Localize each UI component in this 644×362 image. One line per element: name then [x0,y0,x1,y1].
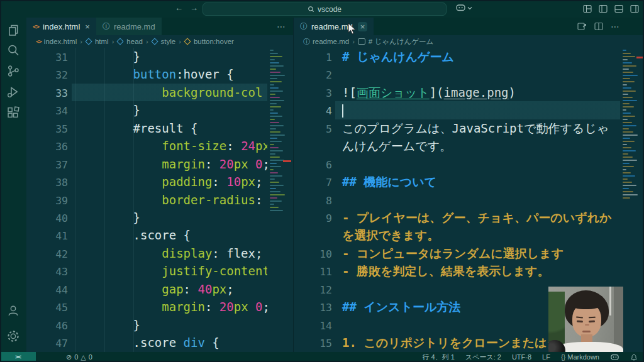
tab-readme-md[interactable]: ⓘ readme.md × [294,18,374,35]
code-line[interactable]: 8 [294,191,620,209]
tab-readme-md-left[interactable]: ⓘ readme.md [96,18,162,35]
breadcrumb-item-head[interactable]: head [117,38,143,45]
code-line[interactable]: 11- 勝敗を判定し、結果を表示します。 [294,262,620,280]
code-line[interactable]: 31 } [26,48,267,65]
breadcrumb: ⓘreadme.md›# じゃんけんゲーム [294,35,644,48]
code-line[interactable]: 10- コンピュータはランダムに選択します [294,244,620,262]
code-line[interactable]: 1# じゃんけんゲーム [294,48,620,65]
forward-icon[interactable]: → [190,3,198,13]
more-actions-icon[interactable]: ⋯ [277,21,286,31]
toggle-panel-icon[interactable] [614,4,623,13]
info-file-icon: ⓘ [103,21,110,32]
code-line[interactable]: 43 justify-content: center; [26,262,267,280]
tab-bar-left: <> index.html × ⓘ readme.md ⋯ [26,18,293,35]
chevron-right-icon: › [352,38,355,45]
line-number: 11 [294,263,332,281]
line-number: 6 [294,156,332,174]
code-line[interactable]: 4 [294,101,620,119]
settings-gear-icon[interactable] [6,329,20,343]
code-line[interactable]: 38 padding: 10px; [26,173,267,190]
tab-index-html[interactable]: <> index.html × [26,18,96,35]
code-line[interactable]: 6 [294,155,620,173]
code-line[interactable]: 46 } [26,316,267,334]
breadcrumb-item-button-hover[interactable]: button:hover [184,38,234,45]
code-line[interactable]: 35 #result { [26,119,267,137]
copilot-menu[interactable] [455,3,472,13]
indentation-status[interactable]: スペース: 2 [465,353,501,362]
close-icon[interactable]: × [85,22,90,31]
close-icon[interactable]: × [358,22,368,31]
symbol-icon [151,38,158,45]
line-number: 7 [294,174,332,192]
error-count: 0 [74,353,78,361]
code-line[interactable]: 42 display: flex; [26,244,267,262]
breadcrumb-item-html[interactable]: html [86,38,109,45]
open-preview-icon[interactable] [577,22,587,31]
accounts-icon[interactable] [6,304,20,317]
status-bar: >< ⊘ 0 △ 0 行 4、列 1 スペース: 2 UTF-8 LF {} M… [0,352,644,362]
run-debug-icon[interactable] [6,85,20,99]
warning-icon: △ [80,353,86,361]
problems-status[interactable]: ⊘ 0 △ 0 [66,353,92,361]
line-number: 9 [294,210,332,228]
back-icon[interactable]: ← [175,3,183,13]
warning-count: 0 [89,353,92,361]
split-editor-icon[interactable] [594,22,603,31]
code-line[interactable]: 40 } [26,209,267,226]
line-number: 12 [294,282,332,299]
editor-readme-md[interactable]: 1# じゃんけんゲーム23![画面ショット](image.png)45このプログ… [294,48,644,352]
code-line[interactable]: 7## 機能について [294,173,620,190]
editor-group-left: <> index.html × ⓘ readme.md ⋯ <>index.ht… [26,18,293,352]
line-number: 8 [294,192,332,210]
code-line[interactable]: 41 .score { [26,226,267,244]
error-marker [636,57,643,58]
breadcrumb-item-style[interactable]: style [152,38,176,45]
code-line[interactable]: 45 margin: 20px 0; [26,298,267,315]
eol-status[interactable]: LF [542,353,550,361]
code-line[interactable]: 47 .score div { [26,334,267,351]
source-control-icon[interactable] [6,64,20,78]
code-line[interactable]: 5このプログラムは、JavaScriptで動作するじゃ [294,119,620,137]
copilot-status-icon[interactable] [610,353,619,361]
code-line[interactable]: 32 button:hover { [26,65,267,83]
symbol-icon [85,38,92,45]
code-line[interactable]: を選択できます。 [294,226,620,244]
customize-layout-icon[interactable] [583,4,592,13]
code-line[interactable]: 33 background-col [26,84,267,101]
remote-indicator[interactable]: >< [0,352,36,362]
md-icon [358,38,365,45]
breadcrumb-item-index-html[interactable]: <>index.html [36,38,77,45]
code-line[interactable]: 39 border-radius: 5px; [26,191,267,209]
line-number: 10 [294,246,332,263]
editor-index-html[interactable]: 31 }32 button:hover {33 background-col34… [26,48,293,352]
more-actions-icon[interactable]: ⋯ [611,21,619,31]
toggle-secondary-sidebar-icon[interactable] [630,4,639,13]
explorer-icon[interactable] [6,23,20,37]
line-number: 39 [26,192,68,210]
code-line[interactable]: 37 margin: 20px 0; [26,155,267,173]
code-line[interactable]: 2 [294,65,620,83]
line-number: 42 [26,246,68,263]
line-number: 4 [294,102,332,120]
toggle-primary-sidebar-icon[interactable] [599,4,608,13]
bell-icon[interactable] [630,353,638,361]
code-line[interactable]: 36 font-size: 24px; [26,137,267,155]
search-icon[interactable] [6,43,20,57]
language-mode[interactable]: {} Markdown [561,353,599,361]
code-line[interactable]: 44 gap: 40px; [26,280,267,298]
minimap[interactable] [267,50,289,352]
code-line[interactable]: 34 } [26,101,267,119]
command-center-search[interactable]: vscode [203,3,447,16]
code-line[interactable]: 9- プレイヤーは、グー、チョキ、パーのいずれか [294,209,620,226]
html-file-icon: <> [33,23,39,30]
encoding-status[interactable]: UTF-8 [512,353,531,361]
breadcrumb-item--[interactable]: # じゃんけんゲーム [358,37,433,47]
cursor-position[interactable]: 行 4、列 1 [423,353,455,362]
code-line[interactable]: んけんゲームです。 [294,137,620,155]
webcam-overlay [548,287,623,352]
code-line[interactable]: 3![画面ショット](image.png) [294,84,620,101]
class-icon [184,38,191,45]
extensions-icon[interactable] [6,106,20,119]
breadcrumb-item-readme-md[interactable]: ⓘreadme.md [303,37,349,47]
line-number: 32 [26,67,68,84]
